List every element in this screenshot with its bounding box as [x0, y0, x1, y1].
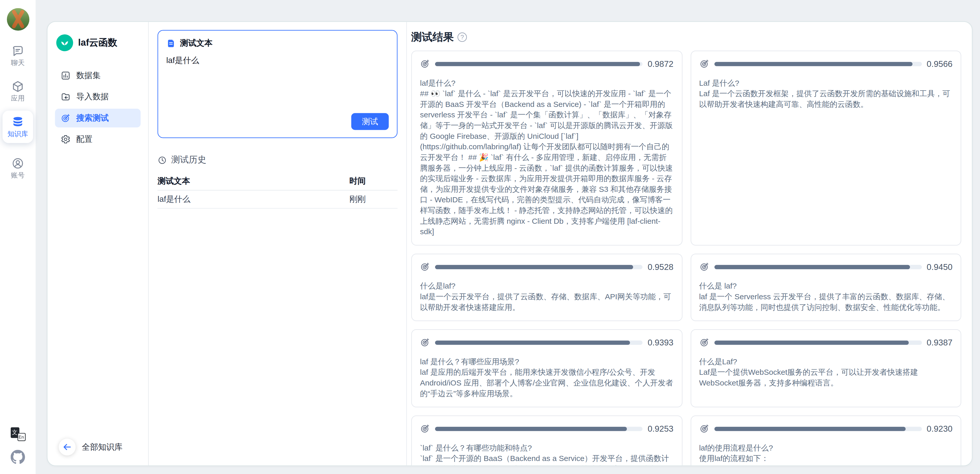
test-results-header: 测试结果 ?: [411, 30, 961, 45]
rail-label: 聊天: [11, 59, 25, 66]
results-grid: 0.9872 laf是什么? ## 👀 `laf` 是什么 - `laf` 是云…: [411, 51, 961, 465]
workspace-menu-panel: laf云函数 数据集 导入数据 搜索测试 配置: [48, 22, 149, 466]
rail-item-account[interactable]: 账号: [3, 157, 33, 179]
result-question: laf是什么?: [420, 78, 673, 89]
workspace-title: laf云函数: [78, 37, 117, 49]
history-row[interactable]: laf是什么 刚刚: [158, 191, 397, 209]
dataset-icon: [61, 71, 71, 81]
result-answer: `laf` 是一个开源的 BaaS（Backend as a Service）开…: [420, 453, 673, 466]
target-icon: [420, 337, 430, 347]
workspace-logo: [56, 35, 73, 51]
score-bar: [435, 426, 643, 431]
result-card: 0.9566 Laf 是什么? Laf 是一个云函数开发框架，提供了云函数开发所…: [690, 51, 961, 245]
score-bar: [714, 340, 922, 344]
score-bar: [435, 62, 643, 66]
history-row-time: 刚刚: [349, 194, 398, 205]
test-history-header: 测试历史: [158, 154, 397, 165]
result-answer: laf是一个云开发平台，提供了云函数、存储、数据库、API网关等功能，可以帮助开…: [420, 292, 673, 313]
score-value: 0.9566: [927, 59, 953, 68]
menu-item-label: 配置: [76, 134, 93, 145]
score-value: 0.9253: [648, 424, 673, 433]
test-text-label: 测试文本: [180, 38, 212, 49]
document-icon: [166, 38, 176, 48]
history-table-header: 测试文本 时间: [158, 172, 397, 191]
target-icon: [420, 59, 430, 68]
result-answer: 使用laf的流程如下：: [699, 453, 953, 464]
result-card: 0.9872 laf是什么? ## 👀 `laf` 是什么 - `laf` 是云…: [411, 51, 682, 245]
test-button[interactable]: 测试: [351, 113, 389, 130]
result-answer: laf 是一个 Serverless 云开发平台，提供了丰富的云函数、数据库、存…: [699, 292, 953, 313]
score-bar: [714, 62, 922, 66]
result-question: 什么是laf?: [420, 281, 673, 292]
result-card: 0.9387 什么是Laf? Laf是一个提供WebSocket服务的云平台，可…: [690, 329, 961, 407]
rail-label: 应用: [11, 95, 25, 102]
result-question: `laf` 是什么？有哪些功能和特点?: [420, 443, 673, 453]
score-bar: [714, 264, 922, 269]
menu-item-label: 导入数据: [76, 91, 109, 103]
clock-icon: [158, 155, 167, 165]
target-icon: [699, 59, 709, 68]
menu-item-dataset[interactable]: 数据集: [55, 66, 141, 85]
score-bar: [714, 426, 922, 431]
cube-icon: [11, 80, 24, 93]
user-icon: [11, 157, 24, 170]
history-col-time: 时间: [349, 175, 398, 187]
score-bar: [435, 340, 643, 344]
github-icon[interactable]: [11, 450, 25, 464]
result-question: 什么是 laf?: [699, 281, 953, 292]
result-question: laf的使用流程是什么?: [699, 443, 953, 453]
gear-icon: [61, 134, 71, 145]
rail-item-chat[interactable]: 聊天: [3, 45, 33, 66]
app-root: 聊天 应用 知识库 账号 文 En: [0, 0, 980, 474]
menu-item-import-data[interactable]: 导入数据: [55, 87, 141, 106]
test-history-table: 测试文本 时间 laf是什么 刚刚: [158, 172, 397, 209]
rail-item-apps[interactable]: 应用: [3, 80, 33, 102]
result-question: laf 是什么？有哪些应用场景?: [420, 357, 673, 367]
test-panel: 测试文本 laf是什么 测试 测试历史 测试文本 时间 laf是什么 刚刚: [149, 22, 407, 466]
help-icon[interactable]: ?: [458, 32, 467, 42]
result-answer: ## 👀 `laf` 是什么 - `laf` 是云开发平台，可以快速的开发应用 …: [420, 89, 673, 237]
rail-label: 知识库: [7, 130, 28, 137]
result-answer: laf 是应用的后端开发平台，能用来快速开发微信小程序/公众号、开发 Andro…: [420, 367, 673, 399]
back-label: 全部知识库: [82, 441, 123, 453]
database-icon: [11, 116, 24, 129]
language-switch-icon[interactable]: 文 En: [10, 427, 25, 441]
score-value: 0.9393: [648, 338, 673, 347]
target-icon: [420, 262, 430, 272]
target-icon: [699, 337, 709, 347]
target-icon: [61, 113, 71, 123]
workspace-header: laf云函数: [56, 35, 141, 51]
back-to-all-kb-button[interactable]: 全部知识库: [59, 439, 123, 455]
score-value: 0.9872: [648, 59, 673, 68]
result-question: 什么是Laf?: [699, 357, 953, 367]
avatar[interactable]: [6, 8, 29, 30]
result-card: 0.9230 laf的使用流程是什么? 使用laf的流程如下：: [690, 415, 961, 466]
menu-item-label: 数据集: [76, 70, 101, 81]
test-history-title: 测试历史: [171, 154, 206, 165]
score-value: 0.9450: [927, 262, 953, 272]
target-icon: [420, 423, 430, 433]
chat-icon: [11, 45, 24, 57]
score-value: 0.9387: [927, 338, 953, 347]
target-icon: [699, 262, 709, 272]
history-col-text: 测试文本: [158, 175, 349, 187]
result-card: 0.9450 什么是 laf? laf 是一个 Serverless 云开发平台…: [690, 254, 961, 321]
menu-item-search-test[interactable]: 搜索测试: [55, 109, 141, 127]
history-row-text: laf是什么: [158, 194, 349, 205]
test-results-panel: 测试结果 ? 0.9872 laf是什么? ## 👀 `laf` 是什么 - `…: [407, 22, 972, 466]
result-answer: Laf 是一个云函数开发框架，提供了云函数开发所需的基础设施和工具，可以帮助开发…: [699, 89, 953, 110]
rail-bottom: 文 En: [10, 427, 25, 474]
rail-label: 账号: [11, 172, 25, 178]
result-card: 0.9253 `laf` 是什么？有哪些功能和特点? `laf` 是一个开源的 …: [411, 415, 682, 466]
score-bar: [435, 264, 643, 269]
workspace-menu: 数据集 导入数据 搜索测试 配置: [55, 66, 141, 149]
rail-item-knowledge-base[interactable]: 知识库: [3, 110, 33, 143]
test-text-header: 测试文本: [166, 38, 389, 49]
score-value: 0.9230: [927, 424, 953, 433]
score-value: 0.9528: [648, 262, 673, 272]
workspace-shell: laf云函数 数据集 导入数据 搜索测试 配置: [47, 21, 973, 466]
test-text-input[interactable]: laf是什么: [166, 55, 389, 105]
menu-item-config[interactable]: 配置: [55, 130, 141, 148]
nav-rail: 聊天 应用 知识库 账号 文 En: [0, 0, 36, 474]
result-card: 0.9393 laf 是什么？有哪些应用场景? laf 是应用的后端开发平台，能…: [411, 329, 682, 407]
